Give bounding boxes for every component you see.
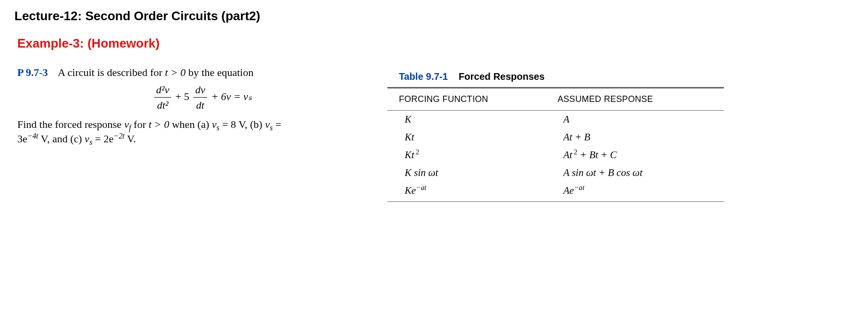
problem-intro-b: by the equation [186,66,253,78]
fraction-1-num: d²v [154,83,171,98]
table-row: Kt 2 At 2 + Bt + C [387,146,724,164]
cell-response: A [563,113,724,125]
table-header-row: FORCING FUNCTION ASSUMED RESPONSE [387,88,724,111]
table-column: Table 9.7-1 Forced Responses FORCING FUN… [387,65,854,202]
table-row: Kt At + B [387,128,724,146]
cell-forcing: Ke−at [405,185,563,197]
fraction-2: dv dt [193,83,207,113]
l2a: Find the forced response [17,118,124,130]
problem-intro-a: A circuit is described for [58,66,165,78]
differential-equation: d²v dt² + 5 dv dt + 6v = vₛ [17,83,387,113]
table-caption: Table 9.7-1 Forced Responses [387,66,724,88]
cell-response: At + B [563,131,724,143]
cell-forcing: K [405,113,563,125]
problem-line-3: 3e−4t V, and (c) vs = 2e−2t V. [17,132,387,146]
table-row: K sin ωt A sin ωt + B cos ωt [387,164,724,182]
example-heading: Example-3: (Homework) [17,36,854,51]
fraction-2-den: dt [193,98,207,113]
content-columns: P 9.7-3 A circuit is described for t > 0… [14,65,854,202]
table-row: K A [387,111,724,128]
table-title: Forced Responses [459,71,545,82]
cell-forcing: K sin ωt [405,167,563,179]
l3b: V, and (c) [38,133,85,145]
table-number: Table 9.7-1 [399,71,448,82]
page: Lecture-12: Second Order Circuits (part2… [0,0,868,216]
table-bottom-rule [387,201,724,202]
lecture-title: Lecture-12: Second Order Circuits (part2… [14,9,854,24]
forced-responses-table: Table 9.7-1 Forced Responses FORCING FUN… [387,66,724,202]
problem-statement: P 9.7-3 A circuit is described for t > 0… [14,65,387,146]
table-head-forcing: FORCING FUNCTION [399,94,558,104]
cell-response: At 2 + Bt + C [563,149,724,161]
l2cond: t > 0 [149,118,169,130]
l2e: = [273,118,281,130]
l3c: = 2e [92,133,113,145]
fraction-1: d²v dt² [154,83,171,113]
cell-response: Ae−at [563,185,724,197]
fraction-2-num: dv [193,83,207,98]
l3d: V. [124,133,136,145]
problem-number: P 9.7-3 [17,66,48,78]
problem-intro-cond: t > 0 [165,66,186,78]
l2b: for [131,118,149,130]
l3exp1: −4t [27,131,38,139]
eq-tail: + 6v = vₛ [211,90,252,102]
cell-response: A sin ωt + B cos ωt [563,167,724,179]
l3a: 3e [17,133,27,145]
cell-forcing: Kt 2 [405,149,563,161]
l2d: = 8 V, (b) [220,118,265,130]
l2c: when (a) [169,118,212,130]
table-head-response: ASSUMED RESPONSE [558,94,724,104]
cell-forcing: Kt [405,131,563,143]
problem-line-1: P 9.7-3 A circuit is described for t > 0… [17,65,387,80]
eq-coef2: + 5 [175,90,189,102]
table-row: Ke−at Ae−at [387,182,724,200]
l3exp2: −2t [113,131,124,139]
problem-line-2: Find the forced response vf for t > 0 wh… [17,117,387,132]
fraction-1-den: dt² [154,98,171,113]
